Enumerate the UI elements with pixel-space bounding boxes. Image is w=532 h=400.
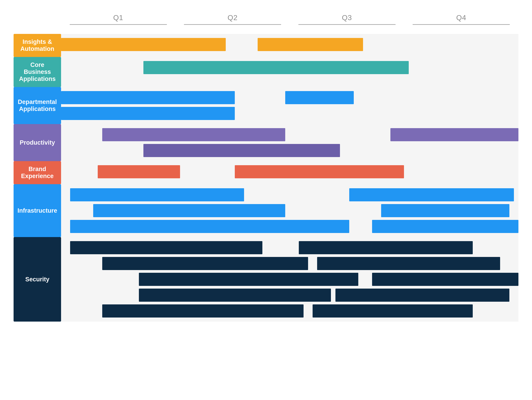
row-bars-insights: [61, 34, 519, 57]
gantt-body: Insights & AutomationCore Business Appli…: [13, 34, 519, 322]
bar: [317, 257, 500, 270]
bar: [313, 304, 473, 318]
gantt-row-dept: Departmental Applications: [13, 87, 519, 124]
gantt-row-infra: Infrastructure: [13, 184, 519, 237]
row-label-prod: Productivity: [13, 124, 61, 161]
row-bars-infra: [61, 184, 519, 237]
row-bars-brand: [61, 161, 519, 184]
quarter-label: Q3: [342, 13, 352, 22]
bar-row: [61, 241, 519, 254]
bar: [143, 61, 409, 74]
bar: [258, 38, 363, 51]
quarter-line: [184, 24, 281, 25]
bar-row: [61, 61, 519, 74]
bar-row: [61, 257, 519, 270]
bar-row: [61, 165, 519, 178]
quarter-col-q2: Q2: [176, 13, 290, 25]
bar-row: [61, 289, 519, 302]
quarter-header: Q1 Q2 Q3 Q4: [61, 13, 519, 25]
quarter-line: [298, 24, 396, 25]
bar-row: [61, 91, 519, 104]
gantt-row-prod: Productivity: [13, 124, 519, 161]
row-label-core: Core Business Applications: [13, 57, 61, 87]
bar-row: [61, 220, 519, 233]
gantt-chart: Q1 Q2 Q3 Q4 Insights & AutomationCore Bu…: [13, 13, 519, 322]
bar-row: [61, 188, 519, 201]
bar: [98, 165, 180, 178]
bar: [102, 304, 304, 318]
quarter-line: [412, 24, 510, 25]
bar: [70, 241, 262, 254]
bar-row: [61, 273, 519, 286]
quarter-line: [70, 24, 167, 25]
bar: [61, 107, 235, 120]
bar: [372, 273, 519, 286]
row-label-infra: Infrastructure: [13, 184, 61, 237]
bar-row: [61, 144, 519, 157]
bar: [139, 289, 331, 302]
bar-row: [61, 204, 519, 217]
bar: [235, 165, 404, 178]
bar: [93, 204, 285, 217]
gantt-row-insights: Insights & Automation: [13, 34, 519, 57]
bar: [102, 128, 285, 141]
bar: [61, 38, 226, 51]
row-bars-core: [61, 57, 519, 87]
bar: [61, 91, 235, 104]
bar: [349, 188, 514, 201]
bar: [285, 91, 354, 104]
bar: [390, 128, 519, 141]
quarter-label: Q1: [113, 13, 123, 22]
quarter-col-q3: Q3: [290, 13, 404, 25]
quarter-label: Q4: [456, 13, 466, 22]
gantt-row-brand: Brand Experience: [13, 161, 519, 184]
row-bars-security: [61, 237, 519, 322]
bar: [70, 188, 244, 201]
row-bars-prod: [61, 124, 519, 161]
row-label-security: Security: [13, 237, 61, 322]
row-bars-dept: [61, 87, 519, 124]
bar: [285, 144, 340, 157]
bar-row: [61, 107, 519, 120]
bar: [102, 257, 308, 270]
bar: [148, 220, 349, 233]
bar: [381, 204, 509, 217]
bar: [336, 289, 509, 302]
quarter-col-q1: Q1: [61, 13, 176, 25]
row-label-insights: Insights & Automation: [13, 34, 61, 57]
bar: [139, 273, 359, 286]
bar-row: [61, 304, 519, 318]
gantt-row-security: Security: [13, 237, 519, 322]
quarter-col-q4: Q4: [404, 13, 519, 25]
bar-row: [61, 128, 519, 141]
bar-row: [61, 38, 519, 51]
bar: [299, 241, 473, 254]
quarter-label: Q2: [228, 13, 238, 22]
row-label-dept: Departmental Applications: [13, 87, 61, 124]
row-label-brand: Brand Experience: [13, 161, 61, 184]
gantt-row-core: Core Business Applications: [13, 57, 519, 87]
bar: [372, 220, 519, 233]
